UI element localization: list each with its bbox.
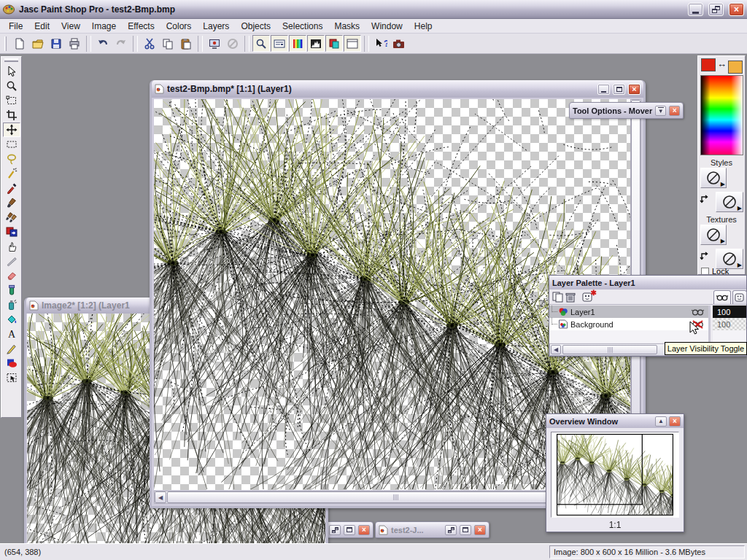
cut-button[interactable] bbox=[141, 35, 158, 52]
layer-palette-scroll-thumb[interactable] bbox=[562, 345, 657, 354]
style-background-button[interactable]: ▶ bbox=[716, 192, 743, 212]
new-mask-icon[interactable]: ✱ bbox=[582, 292, 594, 303]
minimized1-restore-button[interactable] bbox=[329, 525, 341, 535]
tool-picture-tube[interactable] bbox=[3, 283, 20, 298]
texture-background-button[interactable]: ▶ bbox=[716, 249, 743, 269]
tool-draw[interactable] bbox=[3, 341, 20, 356]
color-picker-gradient[interactable] bbox=[700, 75, 743, 155]
minimized2-restore-button[interactable] bbox=[445, 525, 457, 535]
tool-mover[interactable] bbox=[3, 122, 20, 137]
tool-retouch[interactable] bbox=[3, 239, 20, 254]
layer-tab-mask[interactable] bbox=[732, 290, 747, 304]
copy-button[interactable] bbox=[159, 35, 177, 52]
app-restore-button[interactable] bbox=[708, 3, 724, 16]
layer1-name[interactable]: Layer1 bbox=[570, 308, 689, 316]
tool-selection[interactable] bbox=[3, 137, 20, 152]
tool-freehand-selection[interactable] bbox=[3, 152, 20, 166]
minimized2-maximize-button[interactable] bbox=[460, 525, 471, 535]
menu-edit[interactable]: Edit bbox=[28, 20, 55, 33]
menu-window[interactable]: Window bbox=[365, 20, 409, 33]
tool-color-replacer[interactable] bbox=[3, 225, 20, 239]
layer-tab-appearance[interactable] bbox=[713, 290, 731, 304]
color-palette-toggle-button[interactable] bbox=[289, 35, 306, 52]
main-image-close-button[interactable]: × bbox=[628, 84, 640, 95]
minimized1-maximize-button[interactable] bbox=[344, 525, 355, 535]
menu-image[interactable]: Image bbox=[86, 20, 122, 33]
menu-masks[interactable]: Masks bbox=[328, 20, 365, 33]
tool-options-toggle-button[interactable] bbox=[271, 35, 288, 52]
app-minimize-button[interactable] bbox=[688, 3, 703, 16]
lock-checkbox[interactable] bbox=[701, 268, 709, 276]
layer-palette-toggle-button[interactable] bbox=[325, 35, 343, 52]
tool-scratch-remover[interactable] bbox=[3, 254, 20, 268]
browse-button[interactable] bbox=[224, 35, 241, 52]
screen-capture-button[interactable] bbox=[390, 35, 408, 52]
background-opacity-value[interactable]: 100 bbox=[713, 318, 746, 330]
layer1-opacity-value[interactable]: 100 bbox=[713, 306, 746, 318]
style-swap-icon[interactable] bbox=[700, 193, 711, 205]
overview-thumbnail-area[interactable] bbox=[551, 432, 679, 518]
tool-text[interactable]: A bbox=[3, 327, 20, 341]
histogram-window-toggle-button[interactable] bbox=[307, 35, 325, 52]
menu-layers[interactable]: Layers bbox=[197, 20, 235, 33]
tool-airbrush[interactable] bbox=[3, 298, 20, 312]
style-foreground-button[interactable]: ▶ bbox=[700, 168, 727, 188]
tool-zoom[interactable] bbox=[3, 79, 20, 93]
minimized-window-2[interactable]: test2-J... × bbox=[375, 521, 489, 538]
layer-palette-titlebar[interactable]: Layer Palette - Layer1 bbox=[549, 276, 746, 289]
menu-effects[interactable]: Effects bbox=[122, 20, 160, 33]
menu-selections[interactable]: Selections bbox=[276, 20, 328, 33]
tool-eraser[interactable] bbox=[3, 268, 20, 283]
print-button[interactable] bbox=[66, 35, 83, 52]
minimized2-close-button[interactable]: × bbox=[474, 525, 486, 535]
menu-colors[interactable]: Colors bbox=[160, 20, 198, 33]
tool-preset-shapes[interactable] bbox=[3, 356, 20, 370]
tool-clone-brush[interactable] bbox=[3, 210, 20, 225]
tool-flood-fill[interactable] bbox=[3, 312, 20, 327]
tool-magic-wand[interactable] bbox=[3, 166, 20, 181]
tool-deformation[interactable] bbox=[3, 93, 20, 108]
menu-view[interactable]: View bbox=[55, 20, 86, 33]
tool-object-selector[interactable] bbox=[3, 370, 20, 385]
background-name[interactable]: Background bbox=[570, 320, 689, 329]
app-close-button[interactable]: × bbox=[729, 3, 744, 16]
minimized1-close-button[interactable]: × bbox=[358, 525, 370, 535]
save-button[interactable] bbox=[47, 35, 65, 52]
background-color-swatch[interactable] bbox=[728, 61, 743, 74]
swap-colors-icon[interactable]: ↔ bbox=[717, 58, 727, 69]
menu-objects[interactable]: Objects bbox=[235, 20, 276, 33]
open-file-button[interactable] bbox=[29, 35, 47, 52]
overview-thumbnail[interactable] bbox=[557, 434, 673, 516]
tool-crop[interactable] bbox=[3, 108, 20, 122]
toolbar-grip[interactable] bbox=[4, 36, 7, 51]
menu-file[interactable]: File bbox=[3, 20, 28, 33]
main-image-minimize-button[interactable] bbox=[597, 84, 610, 95]
new-file-button[interactable] bbox=[11, 35, 28, 52]
tool-palette-toggle-button[interactable] bbox=[252, 35, 270, 52]
delete-layer-icon[interactable] bbox=[565, 292, 576, 303]
full-screen-preview-button[interactable] bbox=[206, 35, 223, 52]
main-image-titlebar[interactable]: test2-Bmp.bmp* [1:1] (Layer1) × bbox=[152, 80, 643, 98]
redo-button[interactable] bbox=[112, 35, 130, 52]
undo-button[interactable] bbox=[94, 35, 112, 52]
overview-window-toggle-button[interactable] bbox=[344, 35, 361, 52]
tool-palette-grip[interactable] bbox=[4, 58, 18, 62]
tool-options-rollup-button[interactable]: ▼ bbox=[655, 106, 666, 116]
paste-button[interactable] bbox=[177, 35, 195, 52]
main-image-maximize-button[interactable] bbox=[613, 84, 625, 95]
tool-options-close-button[interactable]: × bbox=[669, 106, 680, 116]
overview-rollup-button[interactable]: ▲ bbox=[655, 416, 667, 427]
layer-row-background[interactable]: Background bbox=[549, 318, 708, 330]
app-titlebar[interactable]: Jasc Paint Shop Pro - test2-Bmp.bmp × bbox=[0, 0, 747, 19]
tool-arrow[interactable] bbox=[3, 64, 20, 79]
overview-titlebar[interactable]: Overview Window ▲ × bbox=[546, 414, 684, 428]
menu-help[interactable]: Help bbox=[409, 20, 438, 33]
tool-paint-brush[interactable] bbox=[3, 195, 20, 210]
overview-window[interactable]: Overview Window ▲ × 1:1 bbox=[546, 413, 684, 532]
layer-row-layer1[interactable]: Layer1 bbox=[549, 306, 708, 318]
texture-swap-icon[interactable] bbox=[700, 250, 711, 262]
context-help-button[interactable]: ? bbox=[372, 35, 390, 52]
texture-foreground-button[interactable]: ▶ bbox=[700, 225, 727, 245]
tool-dropper[interactable] bbox=[3, 181, 20, 195]
tool-options-window[interactable]: Tool Options - Mover ▼ × bbox=[569, 102, 684, 119]
